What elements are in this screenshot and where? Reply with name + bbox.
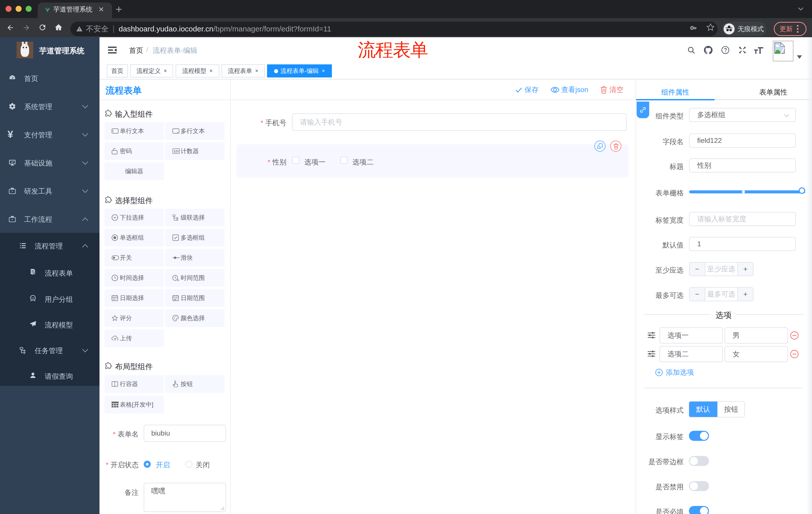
svg-text:123: 123 [174,150,179,153]
